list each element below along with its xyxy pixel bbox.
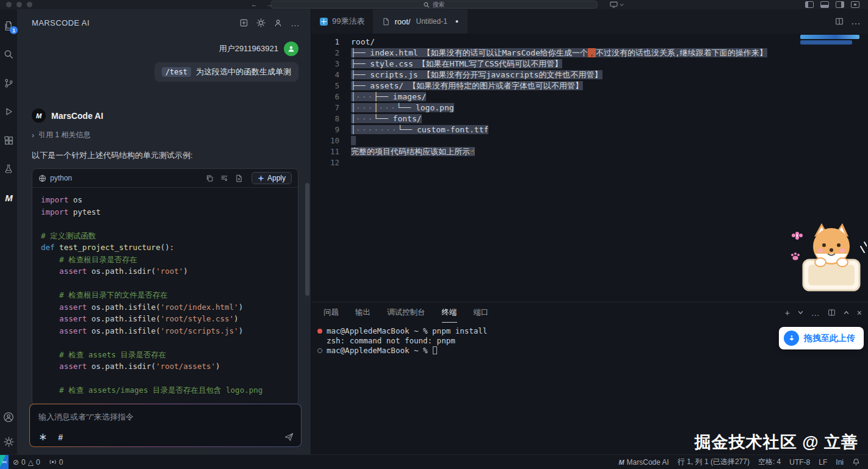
close-window-button[interactable]	[6, 2, 12, 7]
reference-label: 引用 1 相关信息	[38, 130, 90, 140]
terminal-picker-chevron-icon[interactable]	[798, 310, 803, 315]
agents-icon[interactable]	[273, 18, 283, 27]
chat-code-lines[interactable]: import osimport pytest # 定义测试函数def test_…	[32, 188, 298, 403]
eol-status[interactable]: LF	[814, 458, 831, 467]
search-icon	[424, 2, 430, 8]
editor-code-lines[interactable]: root/├── index.html 【如果没有的话可以让MarsCode给你…	[351, 37, 795, 168]
new-chat-icon[interactable]	[239, 18, 248, 27]
line-number: 9	[311, 124, 339, 135]
insert-new-file-icon[interactable]	[235, 174, 243, 182]
sidebar-marscode: MARSCODE AI … 用户2911963921 /test 为这段选中的函…	[17, 9, 311, 454]
code-line	[41, 373, 289, 385]
language-mode-status[interactable]: Ini	[831, 458, 848, 467]
line-number: 4	[311, 70, 339, 81]
toggle-panel-icon[interactable]	[820, 1, 829, 8]
notifications-bell-icon[interactable]	[848, 458, 864, 466]
traffic-lights	[6, 2, 32, 7]
customize-layout-icon[interactable]	[851, 1, 859, 8]
send-icon[interactable]	[284, 432, 294, 442]
code-line: assert os.path.isdir('root')	[41, 265, 289, 277]
back-button[interactable]: ←	[251, 1, 258, 9]
context-hash-icon[interactable]: #	[58, 432, 63, 442]
indentation-status[interactable]: 空格: 4	[754, 457, 785, 467]
marscode-status[interactable]: M MarsCode AI	[614, 458, 673, 467]
code-line: assert os.path.isfile('root/style.css')	[41, 313, 289, 325]
panel-tab-5[interactable]: 端口	[474, 303, 489, 323]
code-line: # 检查根目录是否存在	[41, 254, 289, 266]
code-line: def test_project_structure():	[41, 242, 289, 254]
panel-tab-4[interactable]: 终端	[442, 303, 457, 323]
commands-icon[interactable]: ∗	[38, 432, 47, 442]
panel-tab-2[interactable]: 输出	[355, 303, 371, 323]
sidebar-scrollbar[interactable]	[305, 183, 309, 296]
run-debug-icon[interactable]	[3, 106, 14, 117]
marscode-status-label: MarsCode AI	[627, 458, 669, 467]
language-globe-icon	[38, 174, 46, 182]
line-number: 11	[311, 146, 339, 157]
apply-button[interactable]: Apply	[251, 172, 292, 184]
editor-line: │···└── fonts/	[351, 113, 795, 124]
problems-status[interactable]: ⊘ 0 △ 0	[9, 455, 45, 469]
insert-at-cursor-icon[interactable]	[220, 174, 228, 182]
upload-button[interactable]: 拖拽至此上传	[779, 327, 864, 349]
chat-settings-icon[interactable]	[256, 18, 266, 27]
search-label: 搜索	[433, 1, 445, 9]
account-icon[interactable]	[3, 412, 14, 423]
line-number: 7	[311, 102, 339, 113]
chevron-down-icon	[620, 3, 624, 7]
close-panel-icon[interactable]: ×	[857, 309, 862, 317]
marscode-activity-icon[interactable]: M	[3, 192, 14, 203]
minimap[interactable]	[800, 35, 859, 45]
search-sidebar-icon[interactable]	[3, 49, 14, 60]
user-avatar[interactable]	[284, 41, 298, 56]
split-editor-icon[interactable]	[835, 17, 844, 26]
editor-line: ├── index.html 【如果没有的话可以让MarsCode给你生成一个，…	[351, 48, 795, 59]
minimize-window-button[interactable]	[16, 2, 22, 7]
code-line: assert os.path.isdir('root/assets')	[41, 360, 289, 373]
ports-count: 0	[59, 458, 63, 467]
remote-device-icon[interactable]	[610, 1, 624, 8]
toggle-secondary-sidebar-icon[interactable]	[836, 1, 844, 8]
broadcast-icon	[49, 459, 57, 465]
remote-indicator[interactable]: ><	[0, 455, 9, 469]
ports-status[interactable]: 0	[45, 455, 68, 469]
zoom-window-button[interactable]	[27, 2, 32, 7]
extensions-icon[interactable]	[3, 135, 14, 146]
dirty-indicator[interactable]: ●	[455, 18, 458, 24]
editor-group: 99乘法表 root/ Untitled-1 ● … 1234567891011…	[311, 9, 868, 454]
copy-code-icon[interactable]	[206, 174, 214, 182]
upload-button-label: 拖拽至此上传	[804, 333, 855, 344]
chat-input[interactable]: 输入消息或者"/"来选择指令 ∗ #	[29, 404, 302, 447]
cursor-position-status[interactable]: 行 1, 列 1 (已选择277)	[673, 457, 754, 467]
shiba-dog-sticker	[785, 218, 867, 295]
editor[interactable]: 123456789101112 root/├── index.html 【如果没…	[311, 34, 868, 302]
tab-99-multiplication[interactable]: 99乘法表	[311, 9, 374, 34]
tab-untitled-1[interactable]: root/ Untitled-1 ●	[374, 9, 468, 34]
encoding-status[interactable]: UTF-8	[785, 458, 814, 467]
toggle-primary-sidebar-icon[interactable]	[805, 1, 814, 8]
sidebar-more-icon[interactable]: …	[291, 18, 300, 27]
settings-gear-icon[interactable]	[3, 436, 14, 447]
explorer-icon[interactable]: 1	[3, 20, 14, 31]
code-block: python Apply import osimport pytest # 定义…	[32, 168, 298, 403]
prompt-chip[interactable]: /test 为这段选中的函数生成单测	[154, 62, 298, 82]
panel-more-icon[interactable]: …	[811, 309, 820, 317]
command-center-search[interactable]: 搜索	[271, 1, 598, 9]
line-number: 3	[311, 59, 339, 70]
assistant-name: MarsCode AI	[51, 111, 103, 121]
panel-tab-1[interactable]: 问题	[324, 303, 339, 323]
source-control-icon[interactable]	[3, 77, 14, 88]
editor-line: root/	[351, 37, 795, 48]
reference-toggle[interactable]: › 引用 1 相关信息	[32, 130, 298, 140]
panel-tab-3[interactable]: 调试控制台	[387, 303, 425, 323]
maximize-panel-icon[interactable]	[844, 310, 849, 315]
warning-icon: △	[28, 458, 34, 467]
new-terminal-icon[interactable]: +	[785, 309, 790, 317]
command-prompt-icon	[317, 348, 322, 353]
editor-more-icon[interactable]: …	[851, 16, 861, 27]
apply-label: Apply	[267, 174, 286, 182]
code-line: import pytest	[41, 206, 289, 218]
editor-gutter: 123456789101112	[311, 37, 339, 168]
testing-flask-icon[interactable]	[3, 163, 14, 174]
split-terminal-icon[interactable]	[828, 309, 836, 317]
